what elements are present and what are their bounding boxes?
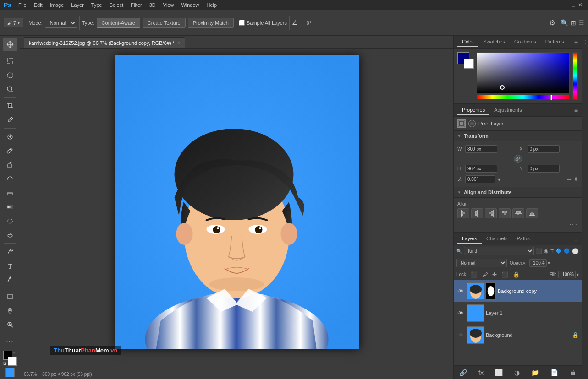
lock-position-btn[interactable]: ✤ <box>491 271 498 278</box>
layer-item-background-copy[interactable]: 👁 Background copy <box>454 280 582 302</box>
tab-layers[interactable]: Layers <box>457 234 482 244</box>
menu-layer[interactable]: Layer <box>67 1 88 9</box>
delete-layer-btn[interactable]: 🗑 <box>568 368 578 377</box>
lock-transparent-btn[interactable]: ⬛ <box>469 271 479 278</box>
tab-paths[interactable]: Paths <box>512 234 534 244</box>
filter-adjustment-btn[interactable]: ◉ <box>544 248 549 254</box>
adjustment-layer-btn[interactable]: ◑ <box>512 368 522 377</box>
background-color[interactable] <box>8 357 17 366</box>
lock-artboard-btn[interactable]: ⬛ <box>500 271 510 278</box>
tool-preset-picker[interactable]: 🖌 7 ▾ <box>4 18 23 27</box>
hand-tool[interactable] <box>3 304 17 318</box>
default-colors-icon[interactable]: ◪ <box>3 361 8 366</box>
rotate-dropdown-btn[interactable]: ▾ <box>498 176 500 183</box>
healing-tool[interactable] <box>3 130 17 144</box>
add-mask-btn[interactable]: ⬜ <box>493 368 505 377</box>
blur-tool[interactable] <box>3 214 17 228</box>
align-more-btn[interactable]: ··· <box>569 220 578 228</box>
filter-kind-select[interactable]: Kind <box>464 247 534 255</box>
layers-panel-menu[interactable]: ≡ <box>574 235 578 243</box>
tab-patterns[interactable]: Patterns <box>541 37 569 47</box>
tab-color[interactable]: Color <box>457 37 478 47</box>
menu-3d[interactable]: 3D <box>146 1 159 9</box>
panel-toggle-btn[interactable]: ⋮ <box>583 39 588 44</box>
zoom-tool[interactable] <box>3 318 17 331</box>
add-style-btn[interactable]: fx <box>477 368 485 377</box>
transform-header[interactable]: ▼ Transform <box>454 131 582 141</box>
dodge-tool[interactable] <box>3 228 17 242</box>
height-input[interactable] <box>465 165 497 173</box>
layer-item-layer1[interactable]: 👁 Layer 1 <box>454 302 582 324</box>
align-header[interactable]: ▼ Align and Distribute <box>454 187 582 198</box>
menu-select[interactable]: Select <box>106 1 127 9</box>
fill-input[interactable] <box>558 271 576 278</box>
x-input[interactable] <box>528 145 560 153</box>
tab-close-btn[interactable]: × <box>177 40 180 45</box>
align-v-center-btn[interactable] <box>512 208 524 218</box>
lasso-tool[interactable] <box>3 68 17 82</box>
flip-v-btn[interactable]: ⇕ <box>574 176 578 182</box>
y-input[interactable] <box>528 165 560 173</box>
arrange-windows-btn[interactable]: ⊞ <box>571 19 576 27</box>
sample-all-layers-label[interactable]: Sample All Layers <box>239 20 287 26</box>
menu-filter[interactable]: Filter <box>127 1 145 9</box>
layer-visibility-background[interactable]: 👁 <box>456 331 465 339</box>
flip-h-btn[interactable]: ⇔ <box>567 176 571 182</box>
create-texture-btn[interactable]: Create Texture <box>143 18 186 28</box>
align-h-center-btn[interactable] <box>471 208 483 218</box>
eyedropper-tool[interactable] <box>3 113 17 127</box>
document-tab[interactable]: kamiwedding-316252.jpg @ 66.7% (Backgrou… <box>24 37 185 48</box>
menu-image[interactable]: Image <box>46 1 68 9</box>
gradient-tool[interactable] <box>3 200 17 214</box>
menu-type[interactable]: Type <box>88 1 106 9</box>
lock-all-btn[interactable]: 🔒 <box>511 271 521 278</box>
layer-visibility-background-copy[interactable]: 👁 <box>456 287 465 295</box>
window-minimize[interactable]: ─ <box>565 2 569 8</box>
search-btn[interactable]: 🔍 <box>561 19 568 27</box>
menu-help[interactable]: Help <box>203 1 221 9</box>
width-input[interactable] <box>465 145 497 153</box>
move-tool[interactable] <box>3 38 17 51</box>
menu-window[interactable]: Window <box>177 1 203 9</box>
tab-adjustments[interactable]: Adjustments <box>489 105 527 115</box>
filter-shape-btn[interactable]: 🔷 <box>555 248 562 254</box>
filter-toggle-btn[interactable]: ⚪ <box>572 248 579 254</box>
eraser-tool[interactable] <box>3 186 17 200</box>
type-tool[interactable] <box>3 259 17 273</box>
menu-view[interactable]: View <box>159 1 178 9</box>
color-gradient[interactable] <box>477 52 570 93</box>
rotate-input[interactable] <box>465 175 495 183</box>
window-maximize[interactable]: □ <box>572 2 575 8</box>
new-group-btn[interactable]: 📁 <box>529 368 541 377</box>
canvas-scroll-area[interactable]: ThuThuatPhanMem.vn <box>20 49 453 369</box>
swap-colors-icon[interactable]: ⇄ <box>12 351 17 355</box>
color-panel-menu[interactable]: ≡ <box>574 38 578 46</box>
layer-visibility-layer1[interactable]: 👁 <box>456 309 465 317</box>
new-layer-btn[interactable]: 📄 <box>549 368 560 377</box>
tab-channels[interactable]: Channels <box>482 234 512 244</box>
hue-slider[interactable] <box>477 95 570 99</box>
layer-color-indicator[interactable] <box>5 368 15 377</box>
tab-swatches[interactable]: Swatches <box>478 37 510 47</box>
shape-tool[interactable] <box>3 290 17 303</box>
opacity-dropdown[interactable]: ▾ <box>548 260 550 265</box>
filter-smart-btn[interactable]: 🔵 <box>564 248 570 254</box>
properties-panel-menu[interactable]: ≡ <box>574 107 578 114</box>
fill-dropdown[interactable]: ▾ <box>577 272 579 277</box>
menu-edit[interactable]: Edit <box>30 1 46 9</box>
color-strip-vertical[interactable] <box>572 52 578 100</box>
layers-list[interactable]: 👁 Background copy 👁 <box>454 280 582 365</box>
tab-gradients[interactable]: Gradients <box>510 37 541 47</box>
blend-mode-select[interactable]: Normal <box>456 259 507 267</box>
bg-color-box[interactable] <box>464 59 474 69</box>
quick-select-tool[interactable] <box>3 82 17 96</box>
tab-properties[interactable]: Properties <box>457 105 489 115</box>
clone-stamp-tool[interactable] <box>3 158 17 172</box>
crop-tool[interactable] <box>3 99 17 113</box>
align-left-btn[interactable] <box>457 208 469 218</box>
sample-all-layers-checkbox[interactable] <box>239 20 245 26</box>
angle-input[interactable] <box>300 19 318 27</box>
align-right-btn[interactable] <box>485 208 497 218</box>
more-tools-btn[interactable]: ··· <box>3 335 17 348</box>
opacity-input[interactable] <box>529 259 547 267</box>
